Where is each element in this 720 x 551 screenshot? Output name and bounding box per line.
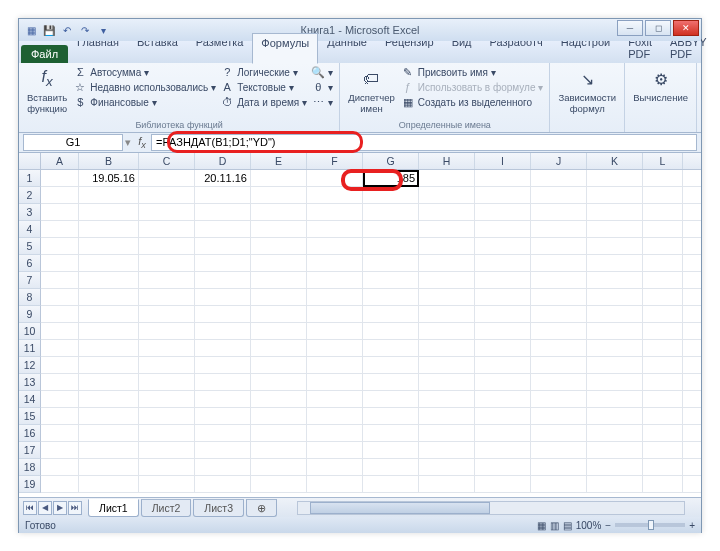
lookup-button[interactable]: 🔍▾ bbox=[311, 65, 333, 79]
cell-A13[interactable] bbox=[41, 374, 79, 390]
cell-L2[interactable] bbox=[643, 187, 683, 203]
cell-F18[interactable] bbox=[307, 459, 363, 475]
cell-B13[interactable] bbox=[79, 374, 139, 390]
math-button[interactable]: θ▾ bbox=[311, 80, 333, 94]
row-header-15[interactable]: 15 bbox=[19, 408, 41, 425]
sheet-nav-first-icon[interactable]: ⏮ bbox=[23, 501, 37, 515]
col-header-A[interactable]: A bbox=[41, 153, 79, 169]
cell-J19[interactable] bbox=[531, 476, 587, 492]
create-from-sel-button[interactable]: ▦Создать из выделенного bbox=[401, 95, 544, 109]
cell-A14[interactable] bbox=[41, 391, 79, 407]
cell-J14[interactable] bbox=[531, 391, 587, 407]
cell-L5[interactable] bbox=[643, 238, 683, 254]
cell-D9[interactable] bbox=[195, 306, 251, 322]
row-header-14[interactable]: 14 bbox=[19, 391, 41, 408]
cell-H16[interactable] bbox=[419, 425, 475, 441]
cell-H4[interactable] bbox=[419, 221, 475, 237]
cell-D13[interactable] bbox=[195, 374, 251, 390]
cell-L18[interactable] bbox=[643, 459, 683, 475]
cell-B11[interactable] bbox=[79, 340, 139, 356]
cell-G17[interactable] bbox=[363, 442, 419, 458]
tab-file[interactable]: Файл bbox=[21, 45, 68, 63]
row-header-5[interactable]: 5 bbox=[19, 238, 41, 255]
cell-C8[interactable] bbox=[139, 289, 195, 305]
cell-D10[interactable] bbox=[195, 323, 251, 339]
cell-A5[interactable] bbox=[41, 238, 79, 254]
select-all-corner[interactable] bbox=[19, 153, 41, 170]
cell-I14[interactable] bbox=[475, 391, 531, 407]
date-button[interactable]: ⏱Дата и время ▾ bbox=[220, 95, 307, 109]
cell-H1[interactable] bbox=[419, 170, 475, 186]
cell-F15[interactable] bbox=[307, 408, 363, 424]
cell-K11[interactable] bbox=[587, 340, 643, 356]
cell-C1[interactable] bbox=[139, 170, 195, 186]
cell-I13[interactable] bbox=[475, 374, 531, 390]
more-fn-button[interactable]: ⋯▾ bbox=[311, 95, 333, 109]
cell-B10[interactable] bbox=[79, 323, 139, 339]
cell-E1[interactable] bbox=[251, 170, 307, 186]
cell-L17[interactable] bbox=[643, 442, 683, 458]
cell-A8[interactable] bbox=[41, 289, 79, 305]
cell-C5[interactable] bbox=[139, 238, 195, 254]
cell-J12[interactable] bbox=[531, 357, 587, 373]
cell-G13[interactable] bbox=[363, 374, 419, 390]
cell-L10[interactable] bbox=[643, 323, 683, 339]
cell-H13[interactable] bbox=[419, 374, 475, 390]
cell-D5[interactable] bbox=[195, 238, 251, 254]
view-layout-icon[interactable]: ▥ bbox=[550, 520, 559, 531]
zoom-out-icon[interactable]: − bbox=[605, 520, 611, 531]
cell-F17[interactable] bbox=[307, 442, 363, 458]
cell-A6[interactable] bbox=[41, 255, 79, 271]
cell-G6[interactable] bbox=[363, 255, 419, 271]
cell-D1[interactable]: 20.11.16 bbox=[195, 170, 251, 186]
cell-K19[interactable] bbox=[587, 476, 643, 492]
cell-K14[interactable] bbox=[587, 391, 643, 407]
cell-F5[interactable] bbox=[307, 238, 363, 254]
zoom-controls[interactable]: ▦ ▥ ▤ 100% − + bbox=[537, 520, 695, 531]
col-header-J[interactable]: J bbox=[531, 153, 587, 169]
cell-A18[interactable] bbox=[41, 459, 79, 475]
cell-K8[interactable] bbox=[587, 289, 643, 305]
cell-G2[interactable] bbox=[363, 187, 419, 203]
cell-B6[interactable] bbox=[79, 255, 139, 271]
cell-C2[interactable] bbox=[139, 187, 195, 203]
cell-F11[interactable] bbox=[307, 340, 363, 356]
cell-I16[interactable] bbox=[475, 425, 531, 441]
cell-F8[interactable] bbox=[307, 289, 363, 305]
cell-H2[interactable] bbox=[419, 187, 475, 203]
cell-D18[interactable] bbox=[195, 459, 251, 475]
cell-J7[interactable] bbox=[531, 272, 587, 288]
cell-J4[interactable] bbox=[531, 221, 587, 237]
col-header-G[interactable]: G bbox=[363, 153, 419, 169]
cell-A12[interactable] bbox=[41, 357, 79, 373]
cell-H3[interactable] bbox=[419, 204, 475, 220]
row-header-2[interactable]: 2 bbox=[19, 187, 41, 204]
cell-B16[interactable] bbox=[79, 425, 139, 441]
insert-function-button[interactable]: fx Вставить функцию bbox=[25, 65, 69, 114]
cell-J5[interactable] bbox=[531, 238, 587, 254]
cell-J11[interactable] bbox=[531, 340, 587, 356]
row-header-6[interactable]: 6 bbox=[19, 255, 41, 272]
cell-K3[interactable] bbox=[587, 204, 643, 220]
cell-J16[interactable] bbox=[531, 425, 587, 441]
cell-A2[interactable] bbox=[41, 187, 79, 203]
cell-I12[interactable] bbox=[475, 357, 531, 373]
cell-F10[interactable] bbox=[307, 323, 363, 339]
cell-D2[interactable] bbox=[195, 187, 251, 203]
cell-L16[interactable] bbox=[643, 425, 683, 441]
col-header-D[interactable]: D bbox=[195, 153, 251, 169]
sheet-tab-лист3[interactable]: Лист3 bbox=[193, 499, 244, 517]
view-break-icon[interactable]: ▤ bbox=[563, 520, 572, 531]
fx-label-icon[interactable]: fx bbox=[133, 135, 151, 150]
cell-I9[interactable] bbox=[475, 306, 531, 322]
cell-F13[interactable] bbox=[307, 374, 363, 390]
cell-H19[interactable] bbox=[419, 476, 475, 492]
cell-J17[interactable] bbox=[531, 442, 587, 458]
cell-L8[interactable] bbox=[643, 289, 683, 305]
cell-J9[interactable] bbox=[531, 306, 587, 322]
cell-D3[interactable] bbox=[195, 204, 251, 220]
cell-H15[interactable] bbox=[419, 408, 475, 424]
undo-icon[interactable]: ↶ bbox=[59, 22, 75, 38]
cell-C6[interactable] bbox=[139, 255, 195, 271]
col-header-H[interactable]: H bbox=[419, 153, 475, 169]
